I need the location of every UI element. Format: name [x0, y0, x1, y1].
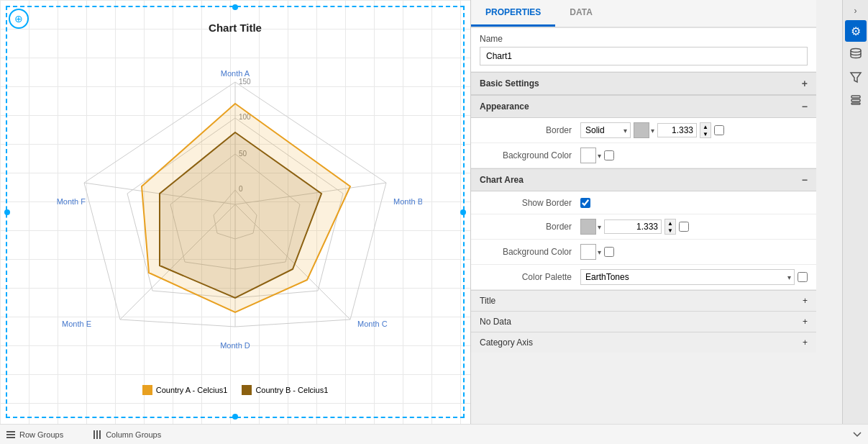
- chart-area-bgcolor-chevron[interactable]: ▾: [598, 248, 601, 256]
- chart-area-color-btn[interactable]: [580, 219, 596, 235]
- chart-area-color-chevron[interactable]: ▾: [598, 223, 601, 231]
- filter-icon: [849, 71, 862, 83]
- chart-area-border-checkbox[interactable]: [679, 222, 689, 232]
- appearance-bgcolor-checkbox[interactable]: [604, 150, 614, 160]
- name-input[interactable]: [480, 47, 808, 65]
- no-data-icon[interactable]: +: [803, 317, 808, 327]
- basic-settings-label: Basic Settings: [480, 78, 539, 89]
- border-color-chevron[interactable]: ▾: [651, 127, 654, 135]
- chart-area-width-up[interactable]: ▲: [665, 219, 675, 227]
- appearance-icon[interactable]: −: [802, 101, 808, 112]
- border-width-input[interactable]: [657, 123, 697, 137]
- color-palette-row: Color Palette EarthTones Nature Office P…: [471, 265, 816, 290]
- appearance-header[interactable]: Appearance −: [471, 95, 816, 118]
- svg-point-22: [851, 49, 861, 53]
- svg-rect-26: [851, 103, 860, 104]
- category-axis-label: Category Axis: [480, 337, 533, 348]
- column-groups-label: Column Groups: [106, 430, 161, 439]
- border-width-up[interactable]: ▲: [700, 123, 711, 130]
- appearance-color-btn[interactable]: [580, 148, 596, 163]
- svg-text:Month A: Month A: [221, 69, 250, 78]
- svg-text:Month C: Month C: [357, 320, 388, 328]
- collapse-btn[interactable]: [852, 429, 862, 440]
- right-toolbar: › ⚙: [842, 0, 868, 424]
- svg-text:Month D: Month D: [220, 341, 250, 350]
- database-button[interactable]: [845, 43, 867, 65]
- show-border-checkbox[interactable]: [580, 198, 590, 208]
- border-color-group: ▾: [634, 122, 654, 138]
- row-groups-label: Row Groups: [19, 430, 63, 439]
- svg-marker-23: [851, 73, 861, 82]
- color-palette-wrapper: EarthTones Nature Office Pastel: [580, 269, 795, 285]
- properties-panel: PROPERTIES DATA Name Basic Settings + Ap…: [471, 0, 816, 353]
- legend-color-b: [242, 385, 252, 395]
- chart-area-width-spinner: ▲ ▼: [664, 219, 676, 235]
- appearance-color-group: ▾: [580, 148, 601, 163]
- chart-area-icon[interactable]: −: [802, 174, 808, 186]
- chart-title: Chart Title: [209, 22, 262, 34]
- radar-container: Month A Month B Month C Month D Month E …: [14, 37, 456, 385]
- chart-area-bgcolor-group: ▾: [580, 244, 601, 260]
- border-width-spinner: ▲ ▼: [700, 122, 711, 138]
- border-width-down[interactable]: ▼: [700, 130, 711, 137]
- border-style-wrapper: Solid Dashed Dotted None: [580, 122, 631, 138]
- appearance-border-row: Border Solid Dashed Dotted None: [471, 118, 816, 143]
- name-label: Name: [480, 34, 808, 44]
- legend-item-b: Country B - Celcius1: [242, 385, 328, 395]
- chart-area-bgcolor-label: Background Color: [480, 247, 580, 257]
- row-groups-item[interactable]: Row Groups: [6, 430, 63, 440]
- chart-area-width-down[interactable]: ▼: [665, 227, 675, 234]
- svg-rect-29: [6, 437, 15, 438]
- column-groups-item[interactable]: Column Groups: [92, 430, 161, 440]
- chart-area-width-input[interactable]: [604, 219, 662, 234]
- layers-button[interactable]: [845, 89, 867, 111]
- title-section-label: Title: [480, 296, 495, 306]
- show-border-label: Show Border: [480, 198, 580, 208]
- appearance-bgcolor-row: Background Color ▾: [471, 143, 816, 168]
- basic-settings-icon[interactable]: +: [802, 78, 808, 89]
- properties-body: Name Basic Settings + Appearance − Borde…: [471, 28, 816, 353]
- legend-item-a: Country A - Celcius1: [142, 385, 228, 395]
- no-data-section[interactable]: No Data +: [471, 311, 816, 332]
- category-axis-section[interactable]: Category Axis +: [471, 332, 816, 353]
- svg-text:Month E: Month E: [62, 320, 91, 328]
- chart-area-label: Chart Area: [480, 175, 524, 185]
- gear-button[interactable]: ⚙: [845, 20, 867, 42]
- color-palette-checkbox[interactable]: [798, 272, 808, 282]
- no-data-label: No Data: [480, 317, 511, 327]
- tab-properties[interactable]: PROPERTIES: [471, 0, 555, 27]
- basic-settings-header[interactable]: Basic Settings +: [471, 72, 816, 95]
- chart-area-bgcolor-btn[interactable]: [580, 244, 596, 260]
- svg-rect-30: [93, 430, 95, 439]
- chart-area-border-row: Border ▾ ▲ ▼: [471, 214, 816, 240]
- database-icon: [849, 47, 862, 60]
- filter-button[interactable]: [845, 66, 867, 88]
- svg-text:150: 150: [239, 78, 251, 86]
- chart-content: Chart Title Month A Month B Month C Mont…: [14, 14, 456, 402]
- appearance-color-chevron[interactable]: ▾: [598, 152, 601, 160]
- category-axis-icon[interactable]: +: [803, 337, 808, 348]
- border-style-select[interactable]: Solid Dashed Dotted None: [580, 122, 631, 138]
- column-groups-icon: [92, 430, 102, 440]
- show-border-row: Show Border: [471, 191, 816, 214]
- legend-color-a: [142, 385, 152, 395]
- chart-area-header[interactable]: Chart Area −: [471, 168, 816, 191]
- chart-area-bgcolor-checkbox[interactable]: [604, 247, 614, 257]
- border-color-btn[interactable]: [634, 122, 649, 138]
- border-controls: Solid Dashed Dotted None ▾ ▲: [580, 122, 808, 138]
- color-palette-select[interactable]: EarthTones Nature Office Pastel: [580, 269, 795, 285]
- title-section[interactable]: Title +: [471, 290, 816, 311]
- chart-panel: ⊕ Chart Title Month A Month B Month C Mo…: [0, 0, 471, 424]
- collapse-icon: [852, 429, 862, 439]
- legend-label-b: Country B - Celcius1: [255, 386, 328, 394]
- color-palette-controls: EarthTones Nature Office Pastel: [580, 269, 808, 285]
- tab-data[interactable]: DATA: [555, 0, 607, 27]
- radar-chart-svg: Month A Month B Month C Month D Month E …: [48, 60, 422, 363]
- color-palette-label: Color Palette: [480, 272, 580, 282]
- border-checkbox[interactable]: [714, 125, 724, 135]
- title-section-icon[interactable]: +: [803, 296, 808, 306]
- border-label: Border: [480, 125, 580, 135]
- row-groups-icon: [6, 430, 16, 440]
- svg-rect-32: [99, 430, 101, 439]
- expand-icon[interactable]: ›: [851, 3, 860, 19]
